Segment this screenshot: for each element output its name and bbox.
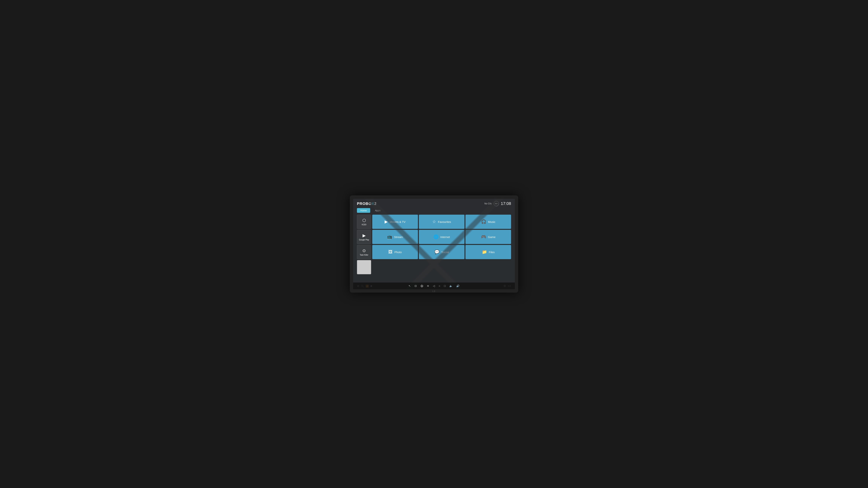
tv-frame: PROBOX2 No City WA 17:08 Home Apps ⬡ KOD… bbox=[350, 195, 518, 293]
movies-label: Movies & TV bbox=[390, 220, 406, 223]
tab-home[interactable]: Home bbox=[357, 208, 370, 213]
internet-label: Internet bbox=[440, 235, 450, 238]
grid-item-photo[interactable]: 🖼 Photo bbox=[372, 245, 418, 259]
grid-item-movies[interactable]: ▶ Movies & TV bbox=[372, 215, 418, 229]
grid-item-stream[interactable]: 📺 Stream bbox=[372, 230, 418, 244]
favourites-label: Favourites bbox=[438, 220, 451, 223]
favourites-icon: ☆ bbox=[432, 219, 436, 224]
app-grid: ▶ Movies & TV ☆ Favourites 🎧 Music 📺 Str… bbox=[372, 215, 511, 274]
grid-item-game[interactable]: 🎮 Game bbox=[465, 230, 511, 244]
music-label: Music bbox=[488, 220, 495, 223]
location-badge: WA bbox=[494, 201, 499, 206]
sidebar-item-kodi[interactable]: ⬡ KODI bbox=[357, 215, 371, 229]
taskbar: ↖ ⊡ ⏻ ≋ ◁ ○ □ 🔈 🔊 bbox=[353, 283, 515, 289]
layers-button[interactable]: ≋ bbox=[427, 284, 429, 287]
logo: PROBOX2 bbox=[357, 201, 377, 206]
grid-item-favourites[interactable]: ☆ Favourites bbox=[419, 215, 464, 229]
sidebar-item-empty[interactable] bbox=[357, 260, 371, 274]
content-area: ⬡ KODI ▶ Google Play ⊙ Task Killer ▶ Mov… bbox=[353, 215, 515, 274]
recents-button[interactable]: □ bbox=[444, 284, 445, 287]
social-label: Social bbox=[441, 251, 449, 254]
stream-label: Stream bbox=[394, 235, 403, 238]
music-icon: 🎧 bbox=[481, 219, 486, 224]
stream-icon: 📺 bbox=[387, 234, 392, 239]
home-button[interactable]: ○ bbox=[439, 284, 440, 287]
back-button[interactable]: ◁ bbox=[433, 284, 435, 287]
internet-icon: 🌐 bbox=[433, 234, 438, 239]
kodi-label: KODI bbox=[362, 224, 366, 226]
vol-up-button[interactable]: 🔊 bbox=[456, 284, 460, 287]
files-label: Files bbox=[489, 251, 495, 254]
taskkiller-label: Task Killer bbox=[360, 254, 368, 256]
cursor-icon: ↖ bbox=[408, 284, 411, 287]
clock: 17:08 bbox=[501, 201, 511, 206]
social-icon: 💬 bbox=[434, 250, 439, 255]
grid-item-music[interactable]: 🎧 Music bbox=[465, 215, 511, 229]
game-label: Game bbox=[488, 235, 496, 238]
game-icon: 🎮 bbox=[481, 234, 486, 239]
power-button[interactable]: ⏻ bbox=[421, 284, 423, 287]
kodi-icon: ⬡ bbox=[362, 218, 366, 223]
location-label: No City bbox=[485, 202, 492, 205]
screenshot-button[interactable]: ⊡ bbox=[414, 284, 417, 287]
googleplay-label: Google Play bbox=[359, 239, 369, 241]
logo-suffix: 2 bbox=[374, 201, 377, 206]
header-right: No City WA 17:08 bbox=[485, 201, 511, 206]
files-icon: 📁 bbox=[482, 250, 487, 255]
grid-item-social[interactable]: 💬 Social bbox=[419, 245, 464, 259]
logo-prefix: PROBO bbox=[357, 201, 372, 206]
grid-item-internet[interactable]: 🌐 Internet bbox=[419, 230, 464, 244]
googleplay-icon: ▶ bbox=[363, 233, 366, 238]
header: PROBOX2 No City WA 17:08 bbox=[353, 199, 515, 207]
tv-brand: LG bbox=[432, 290, 435, 292]
vol-down-button[interactable]: 🔈 bbox=[450, 284, 453, 287]
sidebar-item-googleplay[interactable]: ▶ Google Play bbox=[357, 230, 371, 244]
nav-tabs: Home Apps bbox=[353, 207, 515, 215]
photo-label: Photo bbox=[394, 251, 402, 254]
photo-icon: 🖼 bbox=[389, 250, 393, 255]
taskkiller-icon: ⊙ bbox=[362, 248, 366, 253]
tab-apps[interactable]: Apps bbox=[372, 208, 384, 213]
screen: PROBOX2 No City WA 17:08 Home Apps ⬡ KOD… bbox=[353, 199, 515, 289]
grid-item-files[interactable]: 📁 Files bbox=[465, 245, 511, 259]
logo-highlight: X bbox=[372, 201, 374, 206]
movies-icon: ▶ bbox=[384, 219, 388, 224]
sidebar-item-taskkiller[interactable]: ⊙ Task Killer bbox=[357, 245, 371, 259]
sidebar: ⬡ KODI ▶ Google Play ⊙ Task Killer bbox=[357, 215, 371, 274]
